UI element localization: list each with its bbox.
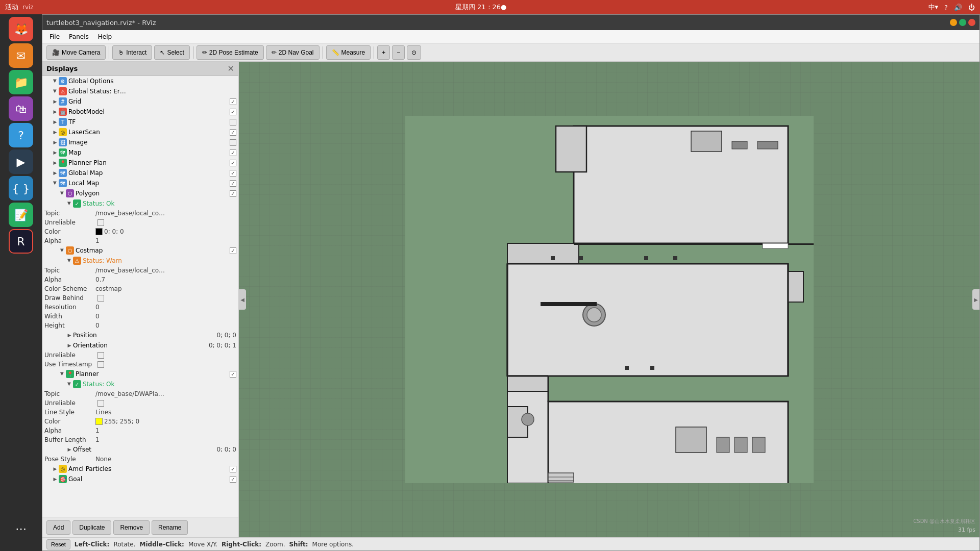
volume-icon[interactable]: 🔊 — [954, 4, 962, 11]
interact-button[interactable]: 🖱 Interact — [112, 45, 152, 60]
planner-offset-row[interactable]: Offset 0; 0; 0 — [42, 444, 238, 455]
planner-status-item[interactable]: ✓ Status: Ok — [42, 379, 238, 389]
costmap-width-value[interactable]: 0 — [95, 313, 100, 320]
reset-button[interactable]: Reset — [46, 539, 70, 549]
planner-linestyle-value[interactable]: Lines — [95, 409, 111, 416]
menu-file[interactable]: File — [45, 32, 64, 41]
input-method[interactable]: 中▾ — [928, 3, 939, 12]
amcl-item[interactable]: ◎ Amcl Particles — [42, 464, 238, 474]
laserscan-item[interactable]: ◎ LaserScan — [42, 127, 238, 137]
costmap-timestamp-checkbox[interactable] — [97, 361, 104, 368]
add-button[interactable]: Add — [46, 520, 70, 535]
local-map-checkbox[interactable] — [230, 180, 236, 187]
planner-alpha-value[interactable]: 1 — [95, 427, 100, 434]
tf-item[interactable]: T TF — [42, 117, 238, 127]
collapse-right-button[interactable]: ▶ — [972, 289, 979, 310]
laserscan-checkbox[interactable] — [230, 129, 236, 136]
planner-color-swatch[interactable] — [95, 418, 103, 425]
pose-estimate-button[interactable]: ✏ 2D Pose Estimate — [197, 45, 264, 60]
polygon-item[interactable]: ⬡ Polygon — [42, 188, 238, 198]
planner-posestyle-value[interactable]: None — [95, 456, 111, 463]
collapse-left-button[interactable]: ◀ — [239, 289, 246, 310]
grid-checkbox[interactable] — [230, 98, 236, 105]
taskbar-notes[interactable]: 📝 — [9, 203, 33, 227]
grid-item[interactable]: # Grid — [42, 96, 238, 107]
goal-checkbox[interactable] — [230, 476, 236, 483]
costmap-unreliable-checkbox[interactable] — [97, 352, 104, 359]
taskbar-mail[interactable]: ✉ — [9, 43, 33, 68]
planner-plan-checkbox[interactable] — [230, 160, 236, 166]
select-button[interactable]: ↖ Select — [154, 45, 189, 60]
close-button[interactable] — [968, 19, 975, 26]
planner-checkbox[interactable] — [230, 371, 236, 378]
remove-button[interactable]: Remove — [113, 520, 150, 535]
taskbar-apps[interactable]: ⋯ — [9, 516, 33, 541]
tf-arrow — [52, 118, 59, 126]
duplicate-button[interactable]: Duplicate — [72, 520, 111, 535]
polygon-status-item[interactable]: ✓ Status: Ok — [42, 198, 238, 209]
displays-close-button[interactable]: ✕ — [228, 64, 234, 73]
costmap-position-row[interactable]: Position 0; 0; 0 — [42, 330, 238, 340]
goal-item[interactable]: 🎯 Goal — [42, 474, 238, 484]
measure-button[interactable]: 📏 Measure — [326, 45, 371, 60]
costmap-topic-value[interactable]: /move_base/local_co… — [95, 267, 165, 274]
camera-reset-button[interactable]: ⊙ — [407, 45, 421, 60]
taskbar-firefox[interactable]: 🦊 — [9, 17, 33, 41]
zoom-in-button[interactable]: + — [377, 45, 390, 60]
help-icon[interactable]: ? — [944, 4, 948, 11]
zoom-out-button[interactable]: − — [392, 45, 405, 60]
robotmodel-item[interactable]: 🤖 RobotModel — [42, 107, 238, 117]
power-icon[interactable]: ⏻ — [968, 4, 975, 11]
planner-item[interactable]: 📍 Planner — [42, 369, 238, 379]
costmap-height-value[interactable]: 0 — [95, 322, 100, 329]
rename-button[interactable]: Rename — [152, 520, 188, 535]
planner-topic-value[interactable]: /move_base/DWAPla… — [95, 390, 164, 397]
polygon-alpha-value[interactable]: 1 — [95, 237, 100, 244]
costmap-drawbehind-checkbox[interactable] — [97, 295, 104, 302]
costmap-resolution-value[interactable]: 0 — [95, 304, 100, 311]
image-checkbox[interactable] — [230, 139, 236, 146]
polygon-unreliable-checkbox[interactable] — [97, 219, 104, 226]
costmap-item[interactable]: ⬡ Costmap — [42, 245, 238, 256]
maximize-button[interactable] — [959, 19, 966, 26]
move-camera-button[interactable]: 🎥 Move Camera — [46, 45, 106, 60]
global-status-item[interactable]: ⚠ Global Status: Er… — [42, 86, 238, 96]
planner-plan-item[interactable]: 📍 Planner Plan — [42, 158, 238, 168]
map-view[interactable]: ◀ ▶ 31 fps CSDN @山水水复柔扇耗区 — [239, 62, 979, 537]
local-map-item[interactable]: 🗺 Local Map — [42, 178, 238, 188]
planner-bufferlen-value[interactable]: 1 — [95, 436, 100, 443]
minimize-button[interactable] — [950, 19, 957, 26]
robotmodel-checkbox[interactable] — [230, 109, 236, 115]
costmap-timestamp-label: Use Timestamp — [44, 361, 95, 368]
costmap-colorscheme-value[interactable]: costmap — [95, 285, 122, 292]
menu-panels[interactable]: Panels — [65, 32, 93, 41]
global-map-item[interactable]: 🗺 Global Map — [42, 168, 238, 178]
taskbar-help[interactable]: ? — [9, 123, 33, 147]
tf-checkbox[interactable] — [230, 119, 236, 126]
costmap-checkbox[interactable] — [230, 247, 236, 254]
menu-help[interactable]: Help — [94, 32, 116, 41]
displays-scroll[interactable]: ⚙ Global Options ⚠ Global Status: Er… # … — [42, 76, 238, 517]
activities-label[interactable]: 活动 — [5, 3, 18, 12]
taskbar-rviz[interactable]: R — [9, 229, 33, 254]
costmap-orientation-row[interactable]: Orientation 0; 0; 0; 1 — [42, 340, 238, 350]
map-checkbox[interactable] — [230, 149, 236, 156]
amcl-checkbox[interactable] — [230, 466, 236, 472]
taskbar-vscode[interactable]: { } — [9, 176, 33, 201]
polygon-checkbox[interactable] — [230, 190, 236, 197]
global-status-icon: ⚠ — [59, 87, 67, 95]
planner-unreliable-checkbox[interactable] — [97, 400, 104, 407]
taskbar-terminal[interactable]: ▶ — [9, 149, 33, 174]
polygon-color-swatch[interactable] — [95, 228, 103, 235]
global-map-checkbox[interactable] — [230, 170, 236, 177]
global-options-item[interactable]: ⚙ Global Options — [42, 76, 238, 86]
taskbar-files[interactable]: 📁 — [9, 70, 33, 94]
costmap-alpha-value[interactable]: 0.7 — [95, 276, 105, 283]
app-name[interactable]: rviz — [22, 4, 34, 11]
image-item[interactable]: 🖼 Image — [42, 137, 238, 147]
nav-goal-button[interactable]: ✏ 2D Nav Goal — [266, 45, 320, 60]
polygon-topic-value[interactable]: /move_base/local_co… — [95, 210, 165, 217]
map-item[interactable]: 🗺 Map — [42, 147, 238, 158]
costmap-status-item[interactable]: ⚠ Status: Warn — [42, 256, 238, 266]
taskbar-software[interactable]: 🛍 — [9, 96, 33, 121]
